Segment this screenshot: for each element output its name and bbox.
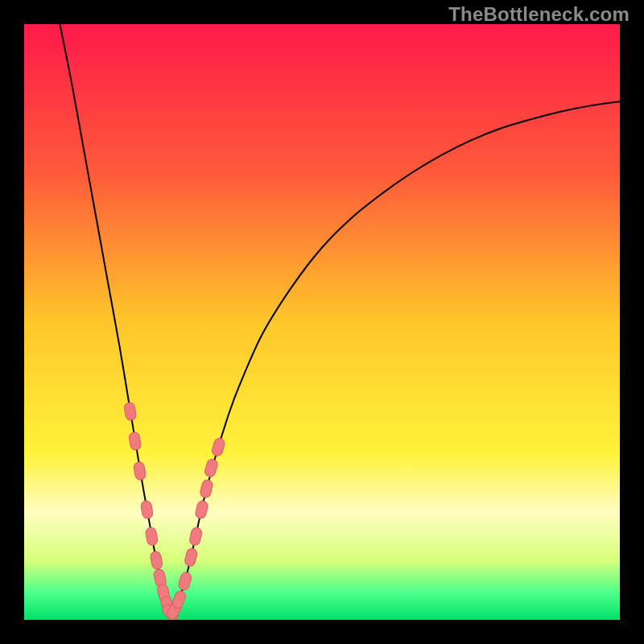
bottleneck-chart xyxy=(24,24,620,620)
plot-area xyxy=(24,24,620,620)
gradient-background xyxy=(24,24,620,620)
watermark-text: TheBottleneck.com xyxy=(448,3,630,26)
chart-frame: TheBottleneck.com xyxy=(0,0,644,644)
